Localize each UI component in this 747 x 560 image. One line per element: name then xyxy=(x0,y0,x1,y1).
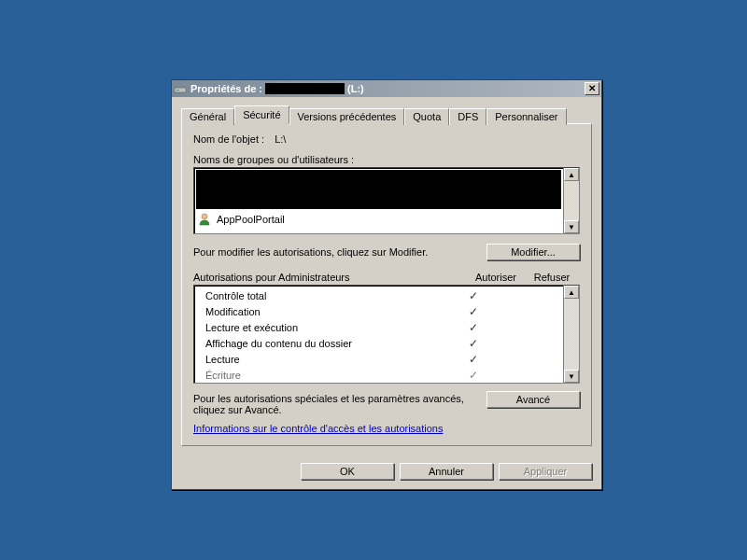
permission-name: Écriture xyxy=(200,370,445,381)
tab-general[interactable]: Général xyxy=(181,108,234,125)
modify-row: Pour modifier les autorisations, cliquez… xyxy=(193,244,580,260)
permission-name: Lecture xyxy=(200,354,445,365)
principals-label: Noms de groupes ou d'utilisateurs : xyxy=(193,154,580,165)
check-icon: ✓ xyxy=(469,289,478,302)
allow-cell: ✓ xyxy=(445,321,501,334)
list-item[interactable]: AppPoolPortail xyxy=(194,211,563,228)
title-prefix: Propriétés de : xyxy=(190,83,262,94)
ok-button[interactable]: OK xyxy=(301,463,394,480)
permission-row: Lecture ✓ xyxy=(194,351,563,367)
permission-row: Écriture ✓ xyxy=(194,367,563,383)
object-name-label: Nom de l'objet : xyxy=(193,133,264,145)
object-name-row: Nom de l'objet : L:\ xyxy=(193,133,580,145)
permissions-list[interactable]: Contrôle total ✓ Modification ✓ Lecture … xyxy=(193,285,564,384)
principal-name: AppPoolPortail xyxy=(217,214,285,225)
check-icon: ✓ xyxy=(469,337,478,350)
object-name-value: L:\ xyxy=(275,133,286,145)
user-icon xyxy=(198,213,211,226)
advanced-button[interactable]: Avancé xyxy=(486,391,580,408)
principals-listbox[interactable]: AppPoolPortail xyxy=(193,167,564,234)
scroll-up-icon[interactable]: ▲ xyxy=(564,286,579,299)
tab-customize[interactable]: Personnaliser xyxy=(486,108,566,125)
tab-security[interactable]: Sécurité xyxy=(234,105,289,124)
permission-name: Modification xyxy=(200,306,445,317)
permission-name: Contrôle total xyxy=(200,290,445,301)
svg-rect-1 xyxy=(176,90,179,91)
permissions-list-wrap: Contrôle total ✓ Modification ✓ Lecture … xyxy=(193,285,580,384)
apply-button[interactable]: Appliquer xyxy=(499,463,592,480)
permission-row: Contrôle total ✓ xyxy=(194,287,563,303)
scroll-down-icon[interactable]: ▼ xyxy=(564,220,579,233)
check-icon: ✓ xyxy=(469,369,478,382)
scroll-down-icon[interactable]: ▼ xyxy=(564,370,579,383)
cancel-button[interactable]: Annuler xyxy=(400,463,493,480)
titlebar[interactable]: Propriétés de : (L:) ✕ xyxy=(172,80,601,97)
principals-redacted-block xyxy=(196,170,561,209)
modify-button[interactable]: Modifier... xyxy=(486,244,580,260)
title-redacted xyxy=(265,83,345,94)
modify-hint: Pour modifier les autorisations, cliquez… xyxy=(193,246,428,258)
tabstrip: Général Sécurité Versions précédentes Qu… xyxy=(181,105,592,123)
check-icon: ✓ xyxy=(469,353,478,366)
tab-dfs[interactable]: DFS xyxy=(449,108,486,125)
allow-cell: ✓ xyxy=(445,305,501,318)
permissions-scrollbar[interactable]: ▲ ▼ xyxy=(564,285,580,384)
svg-rect-0 xyxy=(175,88,186,92)
security-tabpanel: Nom de l'objet : L:\ Noms de groupes ou … xyxy=(181,123,592,446)
close-button[interactable]: ✕ xyxy=(585,82,599,95)
dialog-body: Général Sécurité Versions précédentes Qu… xyxy=(172,97,601,455)
svg-point-2 xyxy=(202,214,207,219)
permission-name: Affichage du contenu du dossier xyxy=(200,338,445,349)
advanced-hint: Pour les autorisations spéciales et les … xyxy=(193,391,477,415)
permission-row: Lecture et exécution ✓ xyxy=(194,319,563,335)
check-icon: ✓ xyxy=(469,321,478,334)
scroll-track[interactable] xyxy=(564,299,579,370)
permissions-header: Autorisations pour Administrateurs Autor… xyxy=(193,272,580,283)
principals-listbox-wrap: AppPoolPortail ▲ ▼ xyxy=(193,167,580,234)
deny-column-header: Refuser xyxy=(524,272,580,283)
allow-cell: ✓ xyxy=(445,353,501,366)
permission-row: Affichage du contenu du dossier ✓ xyxy=(194,335,563,351)
drive-icon xyxy=(174,82,187,95)
scroll-up-icon[interactable]: ▲ xyxy=(564,168,579,181)
allow-cell: ✓ xyxy=(445,289,501,302)
scroll-track[interactable] xyxy=(564,181,579,220)
allow-column-header: Autoriser xyxy=(468,272,524,283)
dialog-button-row: OK Annuler Appliquer xyxy=(172,455,601,489)
tab-previous-versions[interactable]: Versions précédentes xyxy=(289,108,405,125)
properties-dialog: Propriétés de : (L:) ✕ Général Sécurité … xyxy=(171,79,602,490)
advanced-row: Pour les autorisations spéciales et les … xyxy=(193,391,580,415)
allow-cell: ✓ xyxy=(445,337,501,350)
title-suffix: (L:) xyxy=(347,83,364,94)
principals-scrollbar[interactable]: ▲ ▼ xyxy=(564,167,580,234)
help-link[interactable]: Informations sur le contrôle d'accès et … xyxy=(193,423,443,434)
permission-name: Lecture et exécution xyxy=(200,322,445,333)
permissions-for-label: Autorisations pour Administrateurs xyxy=(193,272,468,283)
check-icon: ✓ xyxy=(469,305,478,318)
allow-cell: ✓ xyxy=(445,369,501,382)
permission-row: Modification ✓ xyxy=(194,303,563,319)
tab-quota[interactable]: Quota xyxy=(404,108,449,125)
